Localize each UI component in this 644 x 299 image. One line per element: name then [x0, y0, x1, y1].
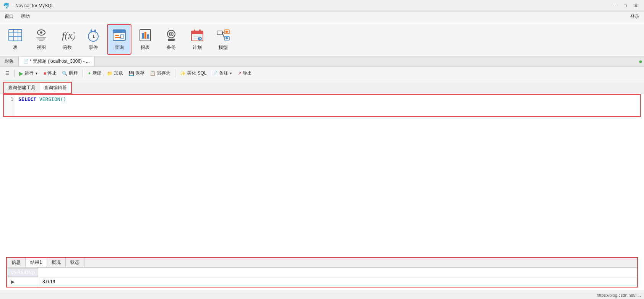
svg-rect-0 — [9, 29, 22, 41]
separator-1 — [14, 70, 15, 77]
status-url: https://blog.csdn.net/li... — [597, 293, 641, 297]
app-window: 🐬 - Navicat for MySQL ─ □ ✕ 窗口 帮助 登录 — [0, 0, 644, 299]
toolbar-model[interactable]: 模型 — [211, 24, 235, 55]
beautify-button[interactable]: ✨ 美化 SQL — [178, 69, 209, 78]
line-number-1: 1 — [5, 96, 13, 102]
toolbar-function-label: 函数 — [63, 44, 72, 51]
new-label: 新建 — [92, 70, 102, 76]
title-bar-left: 🐬 - Navicat for MySQL — [3, 3, 54, 9]
save-label: 保存 — [135, 70, 144, 76]
row-indicator: ▶ — [8, 278, 38, 286]
run-icon: ▶ — [19, 70, 23, 76]
close-button[interactable]: ✕ — [631, 2, 641, 10]
tab-query[interactable]: 📄 * 无标题 (localhost_3306) - ... — [19, 57, 95, 66]
sql-func: VERSION — [39, 96, 60, 102]
svg-point-6 — [40, 31, 42, 34]
export-button[interactable]: ↗ 导出 — [235, 69, 254, 78]
backup-icon — [164, 28, 179, 43]
maximize-button[interactable]: □ — [620, 2, 630, 10]
toolbar-report-label: 报表 — [141, 44, 150, 51]
result-tab-result1[interactable]: 结果1 — [26, 258, 47, 267]
tab-object[interactable]: 对象 — [0, 57, 19, 66]
run-arrow: ▼ — [35, 72, 38, 75]
column-header-version: VERSION() — [8, 268, 38, 277]
results-content: VERSION() ▶ 8.0.19 — [7, 268, 637, 287]
function-icon: f(x) — [60, 28, 75, 43]
beautify-icon: ✨ — [180, 71, 186, 76]
minimize-button[interactable]: ─ — [610, 2, 620, 10]
menu-help[interactable]: 帮助 — [18, 12, 33, 21]
new-icon: ✦ — [88, 71, 91, 76]
export-icon: ↗ — [238, 71, 242, 76]
toolbar-event-label: 事件 — [89, 44, 98, 51]
tab-bar: 对象 📄 * 无标题 (localhost_3306) - ... ● — [0, 57, 644, 67]
new-button[interactable]: ✦ 新建 — [85, 69, 104, 78]
saveas-button[interactable]: 📋 另存为 — [148, 69, 173, 78]
toolbar-query[interactable]: 查询 — [107, 24, 131, 55]
toolbar-backup[interactable]: 备份 — [159, 24, 183, 55]
title-text: - Navicat for MySQL — [13, 3, 54, 8]
toolbar-report[interactable]: 报表 — [133, 24, 157, 55]
run-label: 运行 — [24, 70, 34, 76]
load-button[interactable]: 📁 加载 — [105, 69, 125, 78]
svg-point-27 — [170, 33, 172, 35]
stop-button[interactable]: ■ 停止 — [41, 69, 59, 78]
svg-rect-23 — [144, 32, 146, 39]
toolbar-table-label: 表 — [13, 44, 18, 51]
svg-rect-38 — [217, 31, 222, 35]
report-icon — [138, 28, 153, 43]
empty-space — [0, 117, 644, 257]
status-bar: https://blog.csdn.net/li... — [0, 291, 644, 299]
toolbar-schedule[interactable]: 计划 — [185, 24, 209, 55]
comment-label: 备注 — [219, 70, 228, 76]
stop-label: 停止 — [47, 70, 57, 76]
title-bar-controls: ─ □ ✕ — [610, 2, 641, 10]
main-toolbar: 表 视图 f(x) 函数 — [0, 22, 644, 57]
run-button[interactable]: ▶ 运行 ▼ — [17, 69, 41, 78]
explain-icon: 🔍 — [62, 71, 68, 76]
editor-section: 查询创建工具 查询编辑器 1 SELECT VERSION() — [0, 80, 644, 117]
save-button[interactable]: 💾 保存 — [126, 69, 147, 78]
toolbar-backup-label: 备份 — [167, 44, 176, 51]
svg-rect-18 — [115, 35, 119, 36]
toolbar-query-label: 查询 — [115, 44, 124, 51]
separator-3 — [175, 70, 175, 77]
stop-icon: ■ — [44, 71, 46, 76]
separator-2 — [83, 70, 83, 77]
explain-button[interactable]: 🔍 解释 — [60, 69, 80, 78]
sql-parens: () — [60, 96, 67, 102]
save-icon: 💾 — [128, 71, 134, 76]
result-tab-info[interactable]: 信息 — [7, 258, 26, 267]
hamburger-menu[interactable]: ☰ — [3, 70, 12, 77]
toolbar-event[interactable]: 事件 — [81, 24, 105, 55]
comment-button[interactable]: 📄 备注 ▼ — [210, 69, 235, 78]
schedule-icon — [190, 28, 205, 43]
explain-label: 解释 — [69, 70, 78, 76]
subtab-query-editor[interactable]: 查询编辑器 — [40, 83, 71, 93]
view-icon — [34, 28, 49, 43]
toolbar-table[interactable]: 表 — [3, 24, 28, 55]
toolbar-function[interactable]: f(x) 函数 — [55, 24, 79, 55]
login-button[interactable]: 登录 — [630, 13, 642, 20]
sql-keyword: SELECT — [18, 96, 36, 102]
editor-content[interactable]: SELECT VERSION() — [15, 95, 640, 116]
menu-window[interactable]: 窗口 — [2, 12, 17, 21]
beautify-label: 美化 SQL — [187, 70, 206, 76]
svg-rect-8 — [37, 39, 45, 39]
result-tab-status[interactable]: 状态 — [66, 258, 84, 267]
line-numbers: 1 — [4, 95, 15, 116]
svg-rect-31 — [194, 29, 195, 32]
row-value: 8.0.19 — [39, 278, 636, 286]
svg-rect-17 — [113, 30, 125, 33]
subtab-query-builder[interactable]: 查询创建工具 — [4, 83, 40, 93]
comment-arrow: ▼ — [229, 72, 233, 75]
editor-area[interactable]: 1 SELECT VERSION() — [3, 94, 641, 117]
toolbar-view[interactable]: 视图 — [29, 24, 54, 55]
menu-items: 窗口 帮助 — [2, 12, 33, 21]
result-tab-overview[interactable]: 概况 — [47, 258, 66, 267]
svg-line-42 — [222, 33, 224, 38]
load-label: 加载 — [114, 70, 123, 76]
results-panel: 信息 结果1 概况 状态 VERSION() ▶ 8.0.19 — [6, 257, 638, 288]
toolbar-schedule-label: 计划 — [193, 44, 202, 51]
model-icon — [216, 28, 231, 43]
